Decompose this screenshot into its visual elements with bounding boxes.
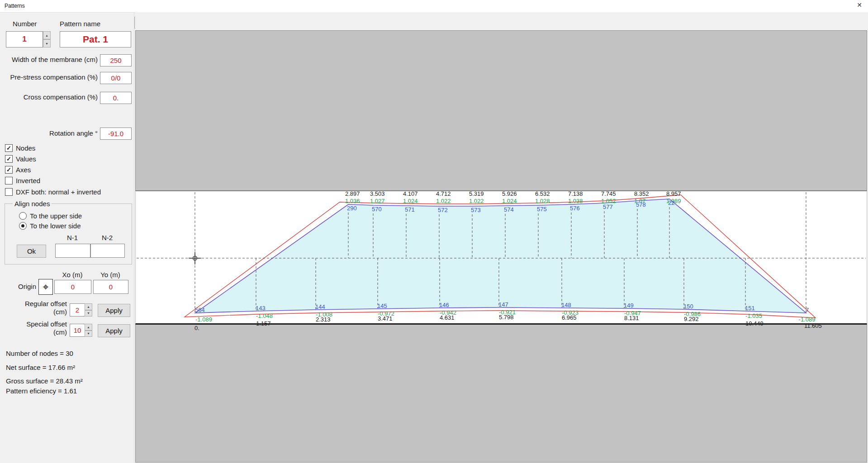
node-length-label: 5.319 bbox=[469, 190, 484, 197]
node-length-label: 4.712 bbox=[436, 190, 451, 197]
prestress-compensation-label: Pre-stress compensation (%) bbox=[0, 73, 98, 81]
checkbox-label: Inverted bbox=[16, 177, 40, 184]
node-id-label: 290 bbox=[347, 205, 357, 212]
node-id-label: 22 bbox=[668, 199, 674, 206]
node-length-label: 3.471 bbox=[378, 315, 393, 322]
number-label: Number bbox=[13, 20, 37, 28]
patterns-window: Patterns ✕ Save DXF Print All Exit Numbe… bbox=[0, 0, 868, 463]
prestress-compensation-field[interactable]: 0/0 bbox=[100, 72, 132, 84]
checkbox-label: DXF both: normal + inverted bbox=[16, 188, 101, 196]
node-id-label: 570 bbox=[372, 206, 382, 213]
regular-offset-label: Regular offset bbox=[0, 300, 67, 307]
node-length-label: 8.352 bbox=[634, 190, 649, 197]
xo-field[interactable]: 0 bbox=[54, 280, 91, 294]
pattern-number-stepper[interactable]: ▲ ▼ bbox=[43, 31, 51, 47]
summary-net-surface: Net surface = 17.66 m² bbox=[6, 364, 75, 371]
spin-up-icon[interactable]: ▲ bbox=[85, 324, 92, 331]
node-width-label: 1.027 bbox=[370, 198, 385, 204]
regular-offset-apply-button[interactable]: Apply bbox=[98, 304, 130, 317]
regular-offset-stepper[interactable]: ▲ ▼ bbox=[85, 303, 92, 317]
node-id-label: 572 bbox=[438, 207, 448, 213]
checkbox-label: Values bbox=[16, 155, 36, 163]
node-width-label: -1.089 bbox=[195, 316, 212, 323]
checkbox-label: Nodes bbox=[16, 144, 35, 152]
node-width-label: -1.089 bbox=[799, 316, 816, 323]
spin-up-icon[interactable]: ▲ bbox=[85, 303, 92, 310]
align-nodes-title: Align nodes bbox=[13, 200, 52, 208]
n2-field[interactable] bbox=[90, 244, 125, 258]
checkbox-label: Axes bbox=[16, 166, 31, 174]
cross-compensation-field[interactable]: 0. bbox=[100, 92, 132, 104]
checkbox-box[interactable] bbox=[5, 177, 13, 184]
radio-circle[interactable] bbox=[19, 212, 27, 220]
node-id-label: 575 bbox=[537, 206, 547, 213]
summary-number-of-nodes: Number of nodes = 30 bbox=[6, 350, 73, 357]
xo-label: Xo (m) bbox=[54, 271, 90, 279]
node-length-label: 2.313 bbox=[316, 316, 331, 323]
node-id-label: 573 bbox=[471, 207, 481, 213]
origin-label: Origin bbox=[18, 283, 36, 290]
radio-label: To the upper side bbox=[30, 212, 82, 220]
spin-down-icon[interactable]: ▼ bbox=[85, 331, 92, 337]
node-length-label: 6.532 bbox=[535, 190, 550, 197]
checkbox-dxf-both[interactable]: DXF both: normal + inverted bbox=[5, 188, 101, 196]
checkbox-nodes[interactable]: Nodes bbox=[5, 144, 35, 152]
n1-label: N-1 bbox=[55, 234, 90, 241]
n2-label: N-2 bbox=[90, 234, 124, 241]
close-icon[interactable]: ✕ bbox=[854, 1, 864, 10]
spin-down-icon[interactable]: ▼ bbox=[43, 39, 51, 47]
node-width-label: -1.048 bbox=[256, 312, 273, 319]
pattern-number-field[interactable]: 1 bbox=[6, 31, 43, 47]
checkbox-box[interactable] bbox=[5, 188, 13, 196]
node-id-label: 151 bbox=[745, 305, 755, 312]
align-ok-button[interactable]: Ok bbox=[17, 245, 46, 258]
origin-picker-icon[interactable]: ⌖ bbox=[38, 279, 53, 295]
node-id-label: 146 bbox=[439, 302, 449, 308]
node-width-label: 1.024 bbox=[403, 198, 418, 204]
node-width-label: -1.035 bbox=[745, 312, 762, 319]
titlebar: Patterns ✕ bbox=[0, 0, 868, 13]
pattern-name-field[interactable]: Pat. 1 bbox=[60, 31, 131, 47]
window-title: Patterns bbox=[5, 3, 25, 9]
node-id-label: 578 bbox=[636, 201, 646, 208]
membrane-width-field[interactable]: 250 bbox=[100, 54, 132, 66]
checkbox-inverted[interactable]: Inverted bbox=[5, 177, 40, 184]
checkbox-box[interactable] bbox=[5, 144, 13, 152]
node-width-label: 1.024 bbox=[502, 198, 517, 204]
node-length-label: 11.605 bbox=[804, 322, 822, 329]
regular-offset-field[interactable]: 2 bbox=[70, 303, 85, 317]
special-offset-apply-button[interactable]: Apply bbox=[98, 324, 130, 337]
radio-lower-side[interactable]: To the lower side bbox=[19, 222, 81, 230]
node-length-label: 7.745 bbox=[601, 190, 616, 197]
radio-circle[interactable] bbox=[19, 222, 27, 230]
spin-down-icon[interactable]: ▼ bbox=[85, 310, 92, 317]
node-id-label: 571 bbox=[405, 206, 415, 213]
yo-field[interactable]: 0 bbox=[93, 280, 128, 294]
node-id-label: 143 bbox=[256, 305, 266, 312]
node-length-label: 8.131 bbox=[624, 315, 639, 321]
pattern-canvas[interactable]: 2.8971.0362903.5031.0275704.1071.0245714… bbox=[135, 12, 868, 463]
checkbox-box[interactable] bbox=[5, 166, 13, 174]
special-offset-stepper[interactable]: ▲ ▼ bbox=[85, 324, 92, 337]
node-length-label: 4.107 bbox=[403, 190, 418, 197]
summary-gross-surface: Gross surface = 28.43 m² bbox=[6, 377, 83, 385]
regular-offset-unit: (cm) bbox=[0, 308, 67, 316]
checkbox-axes[interactable]: Axes bbox=[5, 166, 31, 174]
node-length-label: 0. bbox=[194, 325, 199, 331]
node-length-label: 9.292 bbox=[684, 316, 699, 322]
checkbox-values[interactable]: Values bbox=[5, 155, 36, 163]
spin-up-icon[interactable]: ▲ bbox=[43, 31, 51, 39]
radio-upper-side[interactable]: To the upper side bbox=[19, 212, 82, 220]
special-offset-field[interactable]: 10 bbox=[70, 324, 85, 337]
radio-label: To the lower side bbox=[30, 222, 81, 230]
node-length-label: 1.157 bbox=[256, 320, 271, 327]
node-id-label: 574 bbox=[504, 206, 514, 213]
node-width-label: 1.028 bbox=[535, 198, 550, 204]
n1-field[interactable] bbox=[55, 244, 90, 258]
node-length-label: 5.926 bbox=[502, 190, 517, 197]
cross-compensation-label: Cross compensation (%) bbox=[0, 93, 98, 101]
checkbox-box[interactable] bbox=[5, 155, 13, 163]
rotation-angle-field[interactable]: -91.0 bbox=[100, 128, 132, 140]
node-id-label: 564 bbox=[195, 307, 205, 313]
node-length-label: 10.449 bbox=[745, 320, 764, 327]
